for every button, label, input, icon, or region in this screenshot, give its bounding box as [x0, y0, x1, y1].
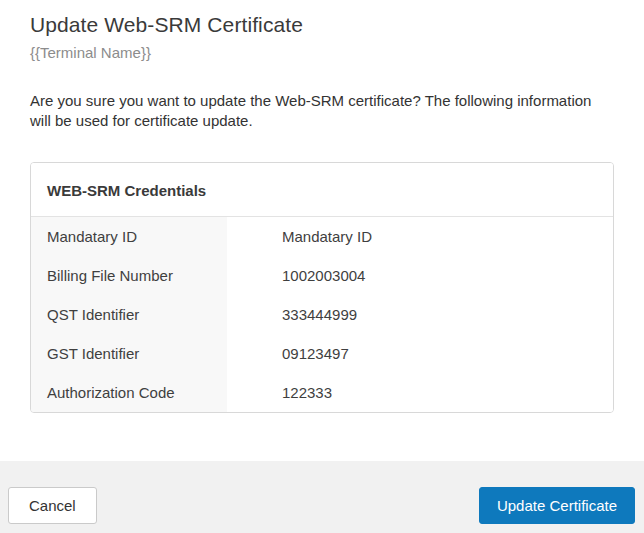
update-certificate-button[interactable]: Update Certificate — [479, 487, 635, 524]
web-srm-credentials-card: WEB-SRM Credentials Mandatary ID Mandata… — [30, 162, 614, 413]
update-certificate-dialog: Update Web-SRM Certificate {{Terminal Na… — [0, 0, 644, 533]
credential-value: 333444999 — [227, 295, 613, 334]
credential-value: 09123497 — [227, 334, 613, 373]
credential-label: Authorization Code — [31, 373, 227, 412]
credential-label: Mandatary ID — [31, 217, 227, 256]
confirmation-message: Are you sure you want to update the Web-… — [30, 91, 614, 130]
table-row-mandatary-id: Mandatary ID Mandatary ID — [31, 217, 613, 256]
credential-label: QST Identifier — [31, 295, 227, 334]
cancel-button[interactable]: Cancel — [8, 487, 97, 524]
credential-value: 1002003004 — [227, 256, 613, 295]
dialog-title: Update Web-SRM Certificate — [30, 12, 614, 38]
terminal-name-placeholder: {{Terminal Name}} — [30, 44, 614, 61]
table-row-billing-file-number: Billing File Number 1002003004 — [31, 256, 613, 295]
table-row-qst-identifier: QST Identifier 333444999 — [31, 295, 613, 334]
dialog-content: Update Web-SRM Certificate {{Terminal Na… — [0, 0, 644, 461]
credential-value: 122333 — [227, 373, 613, 412]
credential-value: Mandatary ID — [227, 217, 613, 256]
dialog-footer: Cancel Update Certificate — [0, 461, 644, 533]
table-row-authorization-code: Authorization Code 122333 — [31, 373, 613, 412]
credential-label: Billing File Number — [31, 256, 227, 295]
table-row-gst-identifier: GST Identifier 09123497 — [31, 334, 613, 373]
credentials-card-header: WEB-SRM Credentials — [31, 163, 613, 217]
credential-label: GST Identifier — [31, 334, 227, 373]
